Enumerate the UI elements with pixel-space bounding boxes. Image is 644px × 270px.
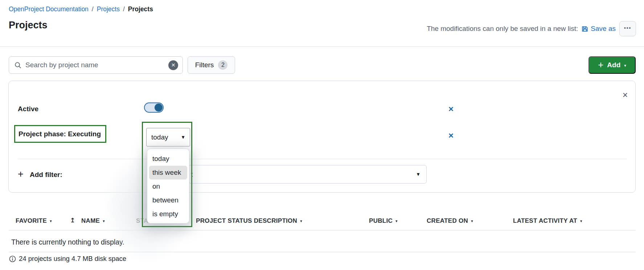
add-filter-label: Add filter:	[30, 171, 62, 179]
column-header-latest-activity-at[interactable]: LATEST ACTIVITY AT ▾	[513, 215, 582, 226]
caret-down-icon: ▾	[471, 216, 473, 226]
table-divider	[9, 230, 636, 230]
save-as-link[interactable]: Save as	[582, 25, 616, 33]
caret-down-icon: ▾	[50, 216, 52, 226]
panel-divider	[18, 159, 627, 159]
dropdown-option-on[interactable]: on	[147, 180, 189, 193]
caret-down-icon: ▾	[103, 216, 105, 226]
breadcrumb-separator: /	[123, 5, 125, 13]
add-filter-plus-icon: +	[18, 169, 24, 180]
toggle-knob	[155, 104, 163, 112]
add-filter-select-text-fragment: t	[191, 170, 416, 178]
column-header-project-status-description[interactable]: PROJECT STATUS DESCRIPTION ▾	[196, 215, 302, 226]
project-search-box: ✕	[9, 56, 183, 74]
column-label: PROJECT STATUS DESCRIPTION	[196, 216, 297, 226]
remove-active-filter-icon[interactable]: ×	[446, 104, 456, 114]
plus-icon: +	[598, 60, 603, 69]
empty-state-message: There is currently nothing to display.	[11, 238, 124, 246]
breadcrumb-separator: /	[92, 5, 94, 13]
operator-select[interactable]: today ▼	[146, 128, 190, 146]
projects-table-header: FAVORITE ▾ ↥ NAME ▾ STATUS ▾ PROJECT STA…	[0, 215, 644, 226]
add-button-label: Add	[607, 61, 620, 69]
phase-filter-label: Project phase: Executing	[19, 130, 101, 138]
filters-button[interactable]: Filters 2	[188, 56, 235, 74]
dropdown-option-this-week[interactable]: this week	[149, 166, 187, 180]
sort-ascending-icon[interactable]: ↥	[70, 217, 75, 224]
more-options-button[interactable]: •••	[619, 21, 636, 36]
search-icon	[14, 61, 22, 69]
header-divider	[0, 47, 644, 47]
operator-dropdown-annotation-box: today ▼ today this week on between is em…	[142, 122, 192, 227]
close-filters-icon[interactable]: ×	[619, 89, 631, 101]
filters-button-label: Filters	[195, 61, 214, 69]
column-header-public[interactable]: PUBLIC ▾	[369, 215, 398, 226]
remove-phase-filter-icon[interactable]: ×	[446, 130, 456, 141]
column-header-name[interactable]: NAME ▾	[81, 215, 105, 226]
phase-filter-annotation-box: Project phase: Executing	[14, 125, 106, 143]
clear-search-icon[interactable]: ✕	[168, 60, 178, 70]
caret-down-icon: ▼	[181, 134, 185, 140]
add-project-button[interactable]: + Add ▾	[588, 56, 636, 74]
modifications-note: The modifications can only be saved in a…	[427, 25, 578, 33]
column-label: PUBLIC	[369, 216, 393, 226]
active-filter-label: Active	[18, 105, 38, 113]
info-icon	[9, 255, 16, 262]
breadcrumb-link-openproject-documentation[interactable]: OpenProject Documentation	[9, 5, 89, 13]
column-label: FAVORITE	[16, 216, 47, 226]
page-title: Projects	[9, 20, 48, 31]
active-filter-toggle[interactable]	[144, 102, 164, 113]
save-as-label: Save as	[591, 25, 616, 33]
caret-down-icon: ▾	[300, 216, 302, 226]
projects-summary-text: 24 projects using 4.7 MB disk space	[19, 255, 126, 263]
projects-summary: 24 projects using 4.7 MB disk space	[9, 255, 126, 263]
dropdown-option-today[interactable]: today	[147, 152, 189, 166]
column-label: NAME	[81, 216, 100, 226]
filters-count-badge: 2	[218, 60, 227, 70]
operator-dropdown-menu: today this week on between is empty	[147, 149, 189, 223]
breadcrumb: OpenProject Documentation / Projects / P…	[9, 5, 153, 13]
table-divider	[9, 252, 636, 252]
add-filter-select[interactable]: t ▼	[189, 165, 427, 184]
dropdown-option-between[interactable]: between	[147, 193, 189, 207]
breadcrumb-link-projects[interactable]: Projects	[97, 5, 120, 13]
caret-down-icon: ▾	[580, 216, 582, 226]
save-icon	[582, 25, 588, 32]
column-header-created-on[interactable]: CREATED ON ▾	[427, 215, 473, 226]
header-actions: The modifications can only be saved in a…	[427, 21, 636, 36]
column-label: LATEST ACTIVITY AT	[513, 216, 577, 226]
dropdown-option-is-empty[interactable]: is empty	[147, 207, 189, 221]
caret-down-icon: ▼	[416, 172, 421, 177]
operator-select-value: today	[151, 133, 181, 141]
column-header-favorite[interactable]: FAVORITE ▾	[16, 215, 52, 226]
chevron-down-icon: ▾	[624, 63, 626, 68]
breadcrumb-current-page: Projects	[128, 5, 153, 13]
caret-down-icon: ▾	[395, 216, 398, 226]
search-input[interactable]	[25, 61, 165, 69]
column-label: CREATED ON	[427, 216, 468, 226]
